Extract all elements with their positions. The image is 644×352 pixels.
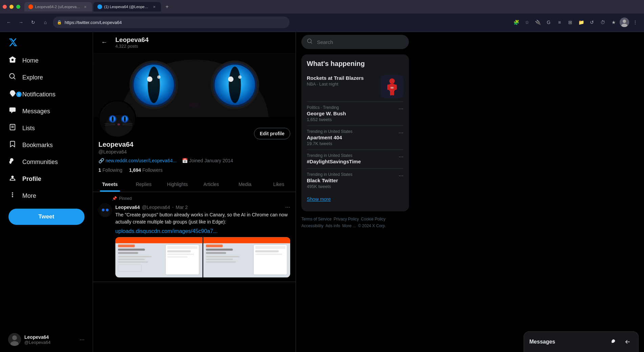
blacktwitter-more-button[interactable]: ··· (398, 172, 404, 179)
back-nav-button[interactable]: ← (4, 18, 14, 27)
footer-terms[interactable]: Terms of Service (301, 217, 331, 221)
grammarly-button[interactable]: G (544, 18, 553, 27)
extensions-button[interactable]: 🧩 (511, 18, 521, 27)
back-button[interactable]: ← (98, 37, 110, 48)
footer-more[interactable]: More ... (342, 224, 356, 228)
svg-rect-74 (392, 91, 394, 95)
svg-point-17 (229, 67, 241, 103)
reader-button[interactable]: ≡ (555, 18, 564, 27)
extensions2-button[interactable]: 🔌 (533, 18, 543, 27)
home-button[interactable]: ⌂ (41, 18, 50, 27)
tab-highlights[interactable]: Highlights (161, 177, 194, 192)
sidebar-item-more[interactable]: More (4, 188, 89, 204)
browser-profile-avatar[interactable] (620, 18, 629, 27)
search-bar[interactable] (301, 35, 409, 49)
followers-label-text: Followers (142, 167, 163, 173)
tab-articles[interactable]: Articles (194, 177, 228, 192)
tab2-close[interactable]: ✕ (152, 4, 157, 9)
rockets-image: 00 (381, 75, 404, 98)
svg-text:00: 00 (391, 86, 394, 89)
blacktwitter-count: 495K tweets (307, 184, 398, 189)
new-tab-button[interactable]: + (162, 2, 172, 11)
lock-icon: 🔒 (57, 20, 62, 25)
sidebar-user-more-icon: ··· (79, 336, 85, 343)
bookmarks-label: Bookmarks (22, 142, 53, 149)
messages-collapse-button[interactable] (622, 336, 633, 347)
sidebar-item-notifications[interactable]: 1 Notifications (4, 86, 89, 102)
starred-button[interactable]: ★ (609, 18, 618, 27)
history-button[interactable]: ⏱ (598, 18, 607, 27)
messages-bar[interactable]: Messages (524, 331, 639, 352)
tab2-title: (1) Leopeva64 (@Leopeva64) /... (104, 5, 150, 9)
trending-item-bush[interactable]: Politics · Trending George W. Bush 1,652… (307, 102, 404, 126)
bush-more-button[interactable]: ··· (398, 105, 404, 112)
svg-rect-71 (387, 85, 391, 90)
window-controls (3, 5, 20, 9)
sidebar-item-profile[interactable]: Profile (4, 171, 89, 187)
sidebar-user-handle: @Leopeva64 (24, 340, 51, 345)
browser-tab-1[interactable]: Leopeva64-2 (u/Leopeva64-2) ✕ (24, 2, 92, 11)
profile-website-link[interactable]: new.reddit.com/user/Leopeva64... (106, 158, 177, 163)
following-stat[interactable]: 1 Following (98, 167, 122, 173)
footer-cookie[interactable]: Cookie Policy (361, 217, 386, 221)
twitter-logo[interactable] (4, 35, 89, 51)
sidebar-item-home[interactable]: Home (4, 52, 89, 69)
show-more-link[interactable]: Show more (307, 192, 404, 206)
window-maximize-btn[interactable] (16, 5, 20, 9)
tweet-button[interactable]: Tweet (8, 209, 85, 225)
svg-point-32 (124, 116, 126, 122)
tab1-close[interactable]: ✕ (83, 4, 88, 9)
svg-point-1 (623, 20, 626, 23)
browser-tab-2[interactable]: (1) Leopeva64 (@Leopeva64) /... ✕ (93, 2, 161, 11)
sidebar-item-messages[interactable]: Messages (4, 103, 89, 119)
pin-label-text: Pinned (119, 196, 132, 201)
window-minimize-btn[interactable] (9, 5, 14, 9)
tab-likes[interactable]: Likes (262, 177, 296, 192)
svg-point-40 (102, 209, 105, 211)
tab-replies[interactable]: Replies (127, 177, 161, 192)
edit-profile-button[interactable]: Edit profile (254, 128, 290, 139)
sidebar-item-communities[interactable]: Communities (4, 154, 89, 170)
bush-category: Politics · Trending (307, 105, 398, 110)
footer-accessibility[interactable]: Accessibility (301, 224, 323, 228)
daylight-topic: #DaylightSavingsTime (307, 159, 398, 164)
sidebar-item-explore[interactable]: Explore (4, 69, 89, 86)
messages-compose-button[interactable] (608, 336, 619, 347)
svg-rect-65 (255, 246, 285, 249)
svg-rect-59 (206, 249, 232, 251)
apartment-more-button[interactable]: ··· (398, 129, 404, 136)
bookmark-star-button[interactable]: ☆ (522, 18, 532, 27)
profile-tabs: Tweets Replies Highlights Articles Media… (93, 177, 296, 192)
svg-rect-46 (118, 252, 138, 254)
forward-nav-button[interactable]: → (16, 18, 26, 27)
trending-item-daylight[interactable]: Trending in United States #DaylightSavin… (307, 150, 404, 169)
sidebar-item-bookmarks[interactable]: Bookmarks (4, 137, 89, 153)
daylight-more-button[interactable]: ··· (398, 153, 404, 160)
tab1-favicon (28, 4, 33, 9)
search-input[interactable] (317, 39, 404, 45)
tweet-more-button[interactable]: ··· (285, 204, 290, 211)
menu-button[interactable]: ⋮ (630, 18, 640, 27)
svg-rect-60 (206, 252, 226, 254)
tab-media[interactable]: Media (228, 177, 262, 192)
trending-item-apartment404[interactable]: Trending in United States Apartment 404 … (307, 126, 404, 150)
svg-point-12 (147, 76, 153, 82)
pin-icon: 📌 (112, 196, 117, 201)
trending-item-blacktwitter[interactable]: Trending in United States Black Twitter … (307, 169, 404, 192)
sidebar-user-info[interactable]: Leopeva64 @Leopeva64 ··· (4, 330, 89, 349)
footer-ads-info[interactable]: Ads info (325, 224, 340, 228)
tweet-inner: Leopeva64 @Leopeva64 · Mar 2 ··· The "Cr… (98, 204, 290, 278)
window-close-btn[interactable] (3, 5, 7, 9)
sidebar-item-lists[interactable]: Lists (4, 120, 89, 136)
reload-button[interactable]: ↻ (28, 18, 38, 27)
followers-stat[interactable]: 1,694 Followers (129, 167, 163, 173)
tweet-link[interactable]: uploads.disquscdn.com/images/45c90a7... (115, 228, 217, 234)
trending-item-rockets[interactable]: Rockets at Trail Blazers NBA · Last nigh… (307, 72, 404, 102)
footer-privacy[interactable]: Privacy Policy (334, 217, 359, 221)
sync-button[interactable]: ↺ (587, 18, 597, 27)
address-bar[interactable]: 🔒 https://twitter.com/Leopeva64 (53, 17, 290, 28)
grid-button[interactable]: ⊞ (566, 18, 575, 27)
tab-tweets[interactable]: Tweets (93, 177, 127, 192)
sidebar-avatar (8, 333, 21, 346)
folder-button[interactable]: 📁 (576, 18, 586, 27)
